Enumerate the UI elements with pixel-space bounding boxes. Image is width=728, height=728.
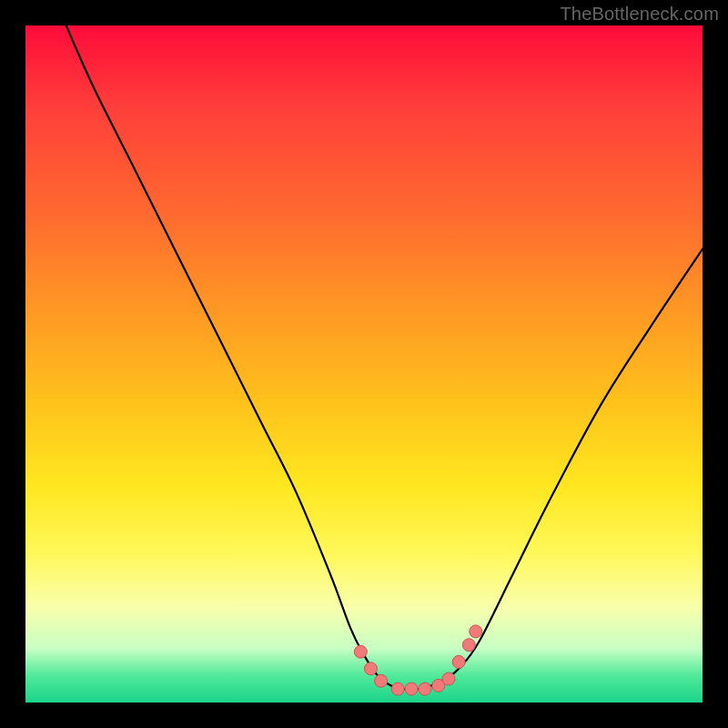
bottleneck-curve: [66, 25, 703, 690]
chart-frame: TheBottleneck.com: [0, 0, 728, 728]
plot-area: [25, 25, 703, 703]
curve-marker: [419, 682, 431, 695]
watermark-text: TheBottleneck.com: [560, 4, 719, 25]
curve-marker: [364, 662, 377, 675]
curve-svg: [25, 25, 703, 703]
curve-markers: [354, 625, 481, 695]
curve-marker: [452, 655, 465, 668]
curve-marker: [354, 645, 367, 658]
curve-marker: [375, 674, 388, 687]
curve-marker: [470, 625, 482, 638]
curve-marker: [405, 682, 418, 695]
curve-marker: [462, 639, 475, 652]
curve-marker: [391, 682, 404, 695]
curve-marker: [442, 672, 455, 685]
